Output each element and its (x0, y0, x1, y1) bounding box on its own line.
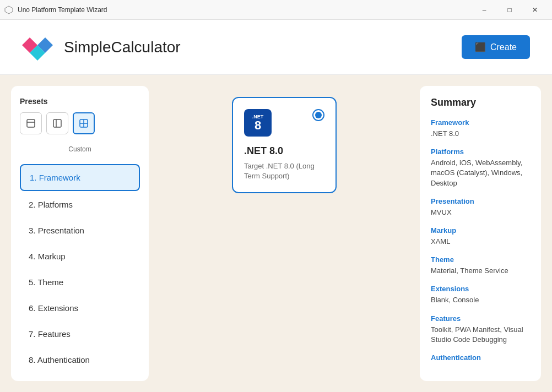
preset-icon-1[interactable] (20, 112, 42, 134)
summary-framework: Framework .NET 8.0 (431, 118, 530, 139)
summary-authentication-key: Authentication (431, 353, 530, 362)
header-left: SimpleCalculator (22, 32, 181, 63)
nav-item-theme[interactable]: 5. Theme (20, 270, 140, 295)
summary-theme-key: Theme (431, 255, 530, 264)
maximize-button[interactable]: □ (497, 0, 522, 20)
create-button[interactable]: ⬛ Create (462, 35, 530, 59)
header: SimpleCalculator ⬛ Create (0, 20, 552, 75)
summary-features-key: Features (431, 314, 530, 323)
summary-markup-value: XAML (431, 237, 530, 247)
main-content: Presets Custom 1. Framework 2. Platforms… (0, 75, 552, 392)
sidebar: Presets Custom 1. Framework 2. Platforms… (11, 86, 149, 381)
summary-features: Features Toolkit, PWA Manifest, Visual S… (431, 314, 530, 345)
card-description: Target .NET 8.0 (Long Term Support) (244, 161, 324, 181)
preset-custom-label: Custom (20, 145, 140, 153)
summary-markup-key: Markup (431, 226, 530, 235)
title-bar-controls: – □ ✕ (472, 0, 548, 20)
summary-presentation: Presentation MVUX (431, 197, 530, 217)
svg-rect-1 (27, 119, 35, 127)
radio-inner (315, 112, 322, 118)
summary-theme: Theme Material, Theme Service (431, 255, 530, 276)
summary-presentation-key: Presentation (431, 197, 530, 205)
nav-item-platforms[interactable]: 2. Platforms (20, 192, 140, 217)
title-bar-left: Uno Platform Template Wizard (4, 6, 107, 14)
summary-extensions-value: Blank, Console (431, 295, 530, 305)
app-icon (4, 6, 13, 14)
radio-selected-icon (312, 109, 324, 121)
create-label: Create (490, 42, 517, 52)
summary-framework-key: Framework (431, 118, 530, 127)
nav-item-markup[interactable]: 4. Markup (20, 244, 140, 269)
card-header: .NET 8 (244, 109, 324, 137)
nav-item-presentation[interactable]: 3. Presentation (20, 218, 140, 243)
summary-platforms: Platforms Android, iOS, WebAssembly, mac… (431, 148, 530, 188)
create-icon: ⬛ (475, 42, 486, 52)
summary-extensions: Extensions Blank, Console (431, 285, 530, 305)
framework-card-net8[interactable]: .NET 8 .NET 8.0 Target .NET 8.0 (Long Te… (232, 97, 337, 193)
net-version: 8 (255, 119, 261, 132)
net-badge: .NET 8 (244, 109, 272, 137)
preset-icons-row (20, 112, 140, 134)
summary-markup: Markup XAML (431, 226, 530, 247)
minimize-button[interactable]: – (472, 0, 497, 20)
summary-framework-value: .NET 8.0 (431, 129, 530, 139)
summary-title: Summary (431, 97, 530, 108)
logo-icon (22, 32, 53, 63)
nav-item-authentication[interactable]: 8. Authentication (20, 347, 140, 372)
summary-authentication: Authentication (431, 353, 530, 362)
summary-extensions-key: Extensions (431, 285, 530, 293)
summary-panel: Summary Framework .NET 8.0 Platforms And… (420, 86, 541, 381)
summary-features-value: Toolkit, PWA Manifest, Visual Studio Cod… (431, 325, 530, 345)
preset-icon-2[interactable] (46, 112, 68, 134)
title-bar: Uno Platform Template Wizard – □ ✕ (0, 0, 552, 20)
content-area: .NET 8 .NET 8.0 Target .NET 8.0 (Long Te… (149, 75, 420, 392)
nav-item-features[interactable]: 7. Features (20, 322, 140, 346)
card-title: .NET 8.0 (244, 145, 324, 157)
nav-item-extensions[interactable]: 6. Extensions (20, 296, 140, 320)
title-bar-title: Uno Platform Template Wizard (18, 6, 107, 14)
summary-theme-value: Material, Theme Service (431, 266, 530, 276)
preset-icon-3[interactable] (73, 112, 95, 134)
close-button[interactable]: ✕ (522, 0, 548, 20)
summary-platforms-value: Android, iOS, WebAssembly, macOS (Cataly… (431, 158, 530, 188)
summary-platforms-key: Platforms (431, 148, 530, 156)
svg-rect-3 (53, 119, 61, 127)
nav-item-framework[interactable]: 1. Framework (20, 164, 140, 191)
presets-label: Presets (20, 97, 140, 106)
svg-marker-0 (5, 6, 13, 14)
summary-presentation-value: MVUX (431, 208, 530, 217)
app-title: SimpleCalculator (64, 39, 181, 56)
